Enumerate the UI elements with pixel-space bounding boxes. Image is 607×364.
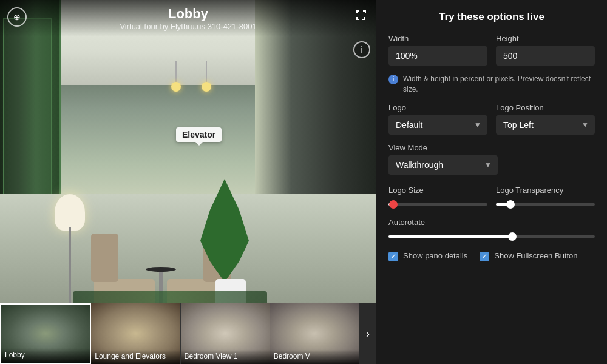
tour-subtitle: Virtual tour by Flythru.us 310-421-8001 bbox=[120, 22, 256, 31]
thumb-lobby-label: Lobby bbox=[1, 348, 90, 363]
tour-title: Lobby bbox=[120, 6, 256, 22]
show-fullscreen-label: Show Fullscreen Button bbox=[494, 251, 577, 260]
view-mode-select-wrapper: Walkthrough Orbit Fly ▼ bbox=[388, 155, 498, 175]
fullscreen-button[interactable] bbox=[353, 7, 369, 23]
logo-group: Logo Default Custom None ▼ bbox=[388, 103, 487, 135]
height-label: Height bbox=[496, 34, 595, 43]
info-circle-icon: i bbox=[388, 75, 398, 84]
logo-transparency-label: Logo Transparency bbox=[496, 186, 595, 195]
size-note-text: Width & height in percent or pixels. Pre… bbox=[403, 74, 595, 95]
width-input[interactable] bbox=[388, 46, 487, 66]
show-fullscreen-checkbox[interactable]: ✓ bbox=[480, 252, 489, 261]
logo-label: Logo bbox=[388, 103, 487, 112]
show-fullscreen-item: ✓ Show Fullscreen Button bbox=[480, 251, 577, 261]
logo-size-label: Logo Size bbox=[388, 186, 487, 195]
thumb-bedroom2-label: Bedroom V bbox=[270, 349, 359, 364]
logo-select-wrapper: Default Custom None ▼ bbox=[388, 115, 487, 135]
view-mode-row: View Mode Walkthrough Orbit Fly ▼ bbox=[388, 143, 595, 175]
thumbnail-strip: Lobby Lounge and Elevators Bedroom View … bbox=[0, 303, 376, 364]
lamp-shade bbox=[55, 194, 85, 231]
logo-position-label: Logo Position bbox=[496, 103, 595, 112]
show-pano-checkbox[interactable]: ✓ bbox=[388, 252, 398, 261]
logo-position-select[interactable]: Top Left Top Right Bottom Left Bottom Ri… bbox=[496, 115, 595, 135]
show-pano-label: Show pano details bbox=[403, 251, 467, 260]
autorotate-label: Autorotate bbox=[388, 218, 595, 227]
autorotate-slider-track bbox=[388, 232, 595, 241]
show-pano-check-icon: ✓ bbox=[391, 252, 396, 260]
autorotate-section: Autorotate bbox=[388, 218, 595, 241]
show-fullscreen-check-icon: ✓ bbox=[482, 252, 487, 260]
logo-position-group: Logo Position Top Left Top Right Bottom … bbox=[496, 103, 595, 135]
info-icon: i bbox=[361, 45, 362, 55]
thumbnail-lounge[interactable]: Lounge and Elevators bbox=[91, 303, 180, 364]
logo-row: Logo Default Custom None ▼ Logo Position… bbox=[388, 103, 595, 135]
logo-select[interactable]: Default Custom None bbox=[388, 115, 487, 135]
top-bar: ⊕ Lobby Virtual tour by Flythru.us 310-4… bbox=[0, 0, 376, 36]
thumbnail-lobby[interactable]: Lobby bbox=[0, 303, 91, 364]
logo-transparency-slider-track bbox=[496, 200, 595, 209]
thumb-lounge-label: Lounge and Elevators bbox=[91, 349, 180, 364]
show-pano-item: ✓ Show pano details bbox=[388, 251, 467, 261]
top-bar-title: Lobby Virtual tour by Flythru.us 310-421… bbox=[120, 6, 256, 31]
thumbnail-bedroom2[interactable]: Bedroom V bbox=[270, 303, 359, 364]
height-group: Height bbox=[496, 34, 595, 66]
glass-pane bbox=[3, 18, 52, 200]
logo-transparency-group: Logo Transparency bbox=[496, 186, 595, 209]
dimensions-row: Width Height bbox=[388, 34, 595, 66]
elevator-tooltip[interactable]: Elevator bbox=[176, 127, 222, 142]
logo-icon[interactable]: ⊕ bbox=[7, 7, 27, 27]
thumb-bedroom1-label: Bedroom View 1 bbox=[181, 349, 270, 364]
chevron-right-icon: › bbox=[366, 328, 370, 340]
thumbnail-bedroom1[interactable]: Bedroom View 1 bbox=[181, 303, 270, 364]
logo-size-group: Logo Size bbox=[388, 186, 487, 209]
view-mode-label: View Mode bbox=[388, 143, 595, 152]
info-button[interactable]: i bbox=[353, 41, 370, 58]
logo-size-slider-track bbox=[388, 200, 487, 209]
logo-position-select-wrapper: Top Left Top Right Bottom Left Bottom Ri… bbox=[496, 115, 595, 135]
tour-panel: Elevator ⊕ Lobby Virtual tour by Flythru… bbox=[0, 0, 376, 364]
checkbox-row: ✓ Show pano details ✓ Show Fullscreen Bu… bbox=[388, 251, 595, 261]
width-label: Width bbox=[388, 34, 487, 43]
slider-row: Logo Size Logo Transparency bbox=[388, 186, 595, 209]
size-note: i Width & height in percent or pixels. P… bbox=[388, 74, 595, 95]
plant-leaves bbox=[200, 179, 249, 282]
settings-panel: Try these options live Width Height i Wi… bbox=[376, 0, 607, 364]
height-input[interactable] bbox=[496, 46, 595, 66]
thumbnail-next-button[interactable]: › bbox=[359, 303, 376, 364]
width-group: Width bbox=[388, 34, 487, 66]
lamp-pole bbox=[69, 228, 71, 312]
view-mode-select[interactable]: Walkthrough Orbit Fly bbox=[388, 155, 498, 175]
settings-title: Try these options live bbox=[388, 11, 595, 23]
